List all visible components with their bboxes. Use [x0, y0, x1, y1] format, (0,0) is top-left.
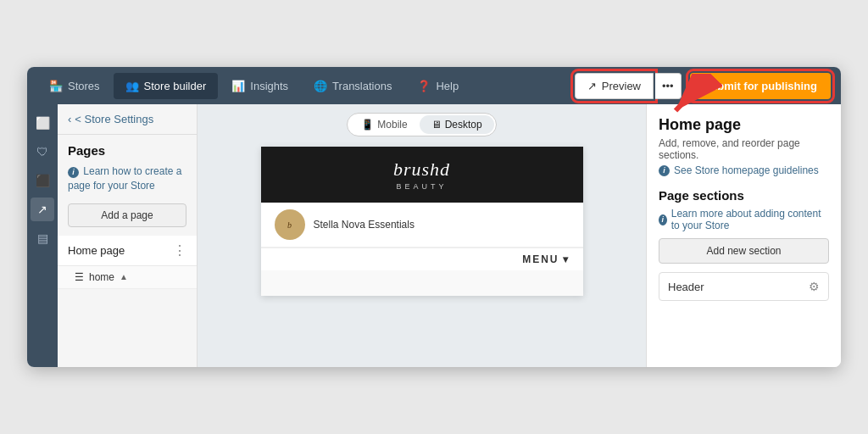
grid-icon: ⬛	[36, 174, 50, 187]
store-builder-label: Store builder	[144, 80, 207, 92]
preview-button[interactable]: ↗ Preview	[575, 73, 654, 99]
sidebar-icon-analytics[interactable]: ↗	[31, 198, 54, 221]
desktop-button[interactable]: 🖥 Desktop	[420, 115, 494, 134]
translations-tab[interactable]: 🌐 Translations	[302, 73, 403, 99]
store-seller-row: b Stella Nova Essentials	[261, 203, 583, 248]
sidebar-icon-grid[interactable]: ⬛	[31, 169, 54, 192]
icon-sidebar: ⬜ 🛡 ⬛ ↗ ▤	[27, 104, 58, 367]
main-content: ⬜ 🛡 ⬛ ↗ ▤ ‹ < Store Settings Pages i	[27, 104, 841, 367]
mobile-icon: 📱	[361, 119, 374, 131]
insights-tab[interactable]: 📊 Insights	[220, 73, 300, 99]
menu-label: MENU	[522, 253, 559, 265]
stores-label: Stores	[68, 80, 100, 92]
more-button[interactable]: •••	[655, 73, 682, 99]
analytics-icon: ↗	[37, 203, 47, 216]
stores-tab[interactable]: 🏪 Stores	[37, 73, 112, 99]
pages-header: Pages	[58, 135, 197, 161]
device-toggle: 📱 Mobile 🖥 Desktop	[347, 113, 496, 136]
submit-publishing-button[interactable]: Submit for publishing	[690, 73, 831, 99]
page-item-options-icon[interactable]: ⋮	[173, 242, 186, 259]
back-arrow-icon: ‹	[68, 113, 71, 125]
menu-chevron-icon: ▾	[563, 253, 570, 265]
sub-item-label: home	[89, 271, 114, 283]
learn-more-link[interactable]: i Learn more about adding content to you…	[659, 208, 829, 231]
store-builder-tab[interactable]: 👥 Store builder	[114, 73, 219, 99]
header-section-item: Header ⚙	[659, 272, 829, 301]
desktop-icon: 🖥	[431, 119, 442, 131]
store-empty-area	[261, 270, 583, 296]
chart-icon: ▤	[37, 231, 48, 245]
sidebar-icon-pages[interactable]: ⬜	[31, 111, 54, 135]
ellipsis-icon: •••	[662, 80, 674, 92]
mobile-button[interactable]: 📱 Mobile	[349, 115, 419, 134]
homepage-guidelines-link[interactable]: i See Store homepage guidelines	[659, 164, 829, 176]
page-item-name: Home page	[68, 244, 125, 257]
store-builder-icon: 👥	[125, 80, 139, 92]
section-item-label: Header	[668, 281, 704, 293]
add-page-button[interactable]: Add a page	[68, 203, 186, 227]
store-menu-row: MENU ▾	[261, 248, 583, 270]
seller-thumbnail: b	[275, 209, 305, 240]
canvas-area: 📱 Mobile 🖥 Desktop brushd BEAUTY b Stell…	[198, 104, 646, 367]
right-panel-title: Home page	[659, 116, 829, 134]
insights-icon: 📊	[231, 80, 245, 92]
pages-icon: ⬜	[36, 116, 50, 130]
sidebar-icon-chart[interactable]: ▤	[31, 226, 54, 250]
pages-sidebar: ‹ < Store Settings Pages i Learn how to …	[58, 104, 198, 367]
insights-label: Insights	[250, 80, 288, 92]
store-logo-sub: BEAUTY	[396, 182, 447, 191]
store-settings-link[interactable]: ‹ < Store Settings	[58, 104, 197, 135]
page-sections-title: Page sections	[659, 188, 829, 203]
store-logo-bar: brushd BEAUTY	[261, 147, 583, 203]
info-icon-small: i	[68, 165, 81, 177]
top-navigation: 🏪 Stores 👥 Store builder 📊 Insights 🌐 Tr…	[27, 67, 841, 104]
help-tab[interactable]: ❓ Help	[405, 73, 470, 99]
create-page-link[interactable]: i Learn how to create a page for your St…	[58, 161, 197, 200]
sub-item-icon: ☰	[75, 271, 84, 283]
translations-icon: 🌐	[314, 80, 327, 92]
home-page-item[interactable]: Home page ⋮	[58, 236, 197, 266]
sidebar-icon-security[interactable]: 🛡	[31, 140, 54, 164]
help-icon: ❓	[417, 80, 431, 92]
add-new-section-button[interactable]: Add new section	[659, 238, 829, 264]
chevron-up-icon: ▲	[120, 272, 128, 281]
guidelines-info-icon: i	[659, 165, 670, 176]
translations-label: Translations	[332, 80, 392, 92]
learn-more-info-icon: i	[659, 214, 667, 225]
gear-icon[interactable]: ⚙	[809, 280, 820, 293]
preview-icon: ↗	[587, 80, 597, 92]
stores-icon: 🏪	[49, 80, 63, 92]
help-label: Help	[436, 80, 459, 92]
right-panel-desc: Add, remove, and reorder page sections.	[659, 137, 829, 161]
store-logo-text: brushd	[393, 159, 450, 181]
home-sub-item[interactable]: ☰ home ▲	[58, 266, 197, 289]
store-preview: brushd BEAUTY b Stella Nova Essentials M…	[261, 147, 583, 296]
shield-icon: 🛡	[36, 145, 48, 159]
seller-name: Stella Nova Essentials	[314, 219, 415, 231]
right-panel: Home page Add, remove, and reorder page …	[646, 104, 841, 367]
